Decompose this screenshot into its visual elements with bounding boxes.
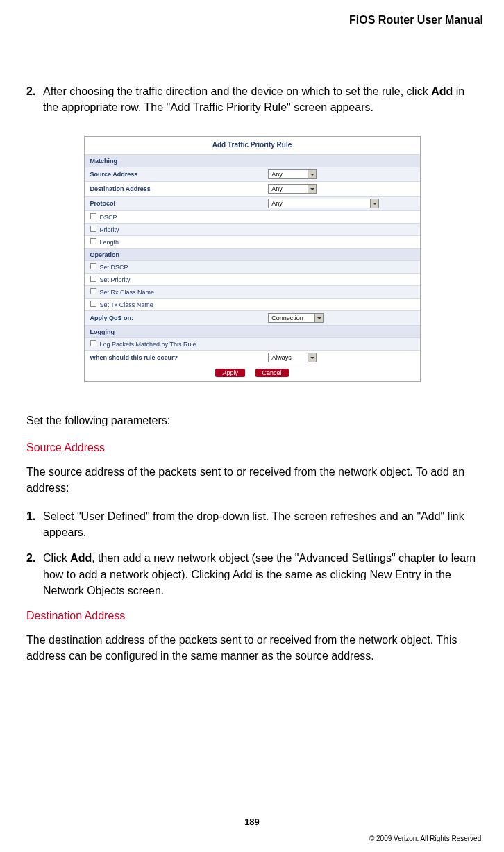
text-part: Click	[43, 552, 70, 564]
copyright: © 2009 Verizon. All Rights Reserved.	[369, 835, 483, 842]
row-destination-address: Destination Address Any	[85, 181, 420, 196]
step-text: Select "User Defined" from the drop-down…	[43, 508, 478, 540]
source-step-1: 1. Select "User Defined" from the drop-d…	[26, 508, 478, 540]
row-operation: Operation	[85, 248, 420, 260]
source-intro: The source address of the packets sent t…	[26, 464, 478, 496]
checkbox-set-rx[interactable]	[90, 288, 96, 294]
label-apply-qos: Apply QoS on:	[90, 315, 269, 321]
bold-add: Add	[431, 85, 453, 97]
row-length: Length	[85, 235, 420, 248]
checkbox-log-packets[interactable]	[90, 340, 96, 346]
page-number: 189	[0, 817, 504, 827]
label-when-occur: When should this rule occur?	[90, 354, 269, 361]
screenshot-title: Add Traffic Priority Rule	[85, 137, 420, 154]
row-dscp: DSCP	[85, 210, 420, 223]
row-source-address: Source Address Any	[85, 167, 420, 181]
row-logging: Logging	[85, 325, 420, 337]
text-part: , then add a new network object (see the…	[43, 552, 476, 596]
bold-add: Add	[70, 552, 92, 564]
row-when-occur: When should this rule occur? Always	[85, 350, 420, 365]
label-destination-address: Destination Address	[90, 185, 269, 192]
chevron-down-icon	[370, 199, 378, 208]
checkbox-set-dscp[interactable]	[90, 263, 96, 269]
step-text: Click Add, then add a new network object…	[43, 550, 478, 599]
page-content: 2. After choosing the traffic direction …	[21, 83, 483, 664]
checkbox-set-priority[interactable]	[90, 276, 96, 282]
chevron-down-icon	[308, 185, 316, 193]
set-parameters-text: Set the following parameters:	[26, 412, 478, 428]
row-set-rx: Set Rx Class Name	[85, 285, 420, 298]
source-step-2: 2. Click Add, then add a new network obj…	[26, 550, 478, 599]
chevron-down-icon	[308, 353, 316, 362]
select-protocol[interactable]: Any	[268, 199, 379, 208]
chevron-down-icon	[308, 170, 316, 178]
row-set-tx: Set Tx Class Name	[85, 298, 420, 310]
row-matching: Matching	[85, 154, 420, 167]
select-apply-qos[interactable]: Connection	[268, 313, 324, 323]
row-log-packets: Log Packets Matched by This Rule	[85, 337, 420, 350]
step-text: After choosing the traffic direction and…	[43, 83, 478, 115]
apply-button[interactable]: Apply	[215, 369, 245, 377]
select-destination-address[interactable]: Any	[268, 184, 317, 194]
row-apply-qos: Apply QoS on: Connection	[85, 310, 420, 325]
heading-destination-address: Destination Address	[26, 610, 478, 622]
row-protocol: Protocol Any	[85, 196, 420, 210]
checkbox-set-tx[interactable]	[90, 301, 96, 307]
select-when-occur[interactable]: Always	[268, 353, 317, 362]
step-number: 2.	[26, 550, 43, 599]
page-header-title: FiOS Router User Manual	[349, 14, 483, 26]
checkbox-priority[interactable]	[90, 226, 96, 232]
chevron-down-icon	[314, 314, 323, 322]
intro-step-2: 2. After choosing the traffic direction …	[26, 83, 478, 115]
screenshot-add-traffic-priority-rule: Add Traffic Priority Rule Matching Sourc…	[84, 136, 421, 382]
label-protocol: Protocol	[90, 200, 269, 207]
cancel-button[interactable]: Cancel	[255, 369, 289, 377]
checkbox-dscp[interactable]	[90, 213, 96, 219]
step-number: 2.	[26, 83, 43, 115]
select-source-address[interactable]: Any	[268, 169, 317, 179]
row-set-dscp: Set DSCP	[85, 260, 420, 273]
row-set-priority: Set Priority	[85, 273, 420, 285]
step-number: 1.	[26, 508, 43, 540]
screenshot-button-row: Apply Cancel	[85, 365, 420, 381]
destination-text: The destination address of the packets s…	[26, 632, 478, 664]
text-part: After choosing the traffic direction and…	[43, 85, 431, 97]
checkbox-length[interactable]	[90, 238, 96, 244]
heading-source-address: Source Address	[26, 442, 478, 454]
label-source-address: Source Address	[90, 171, 269, 178]
row-priority: Priority	[85, 223, 420, 235]
